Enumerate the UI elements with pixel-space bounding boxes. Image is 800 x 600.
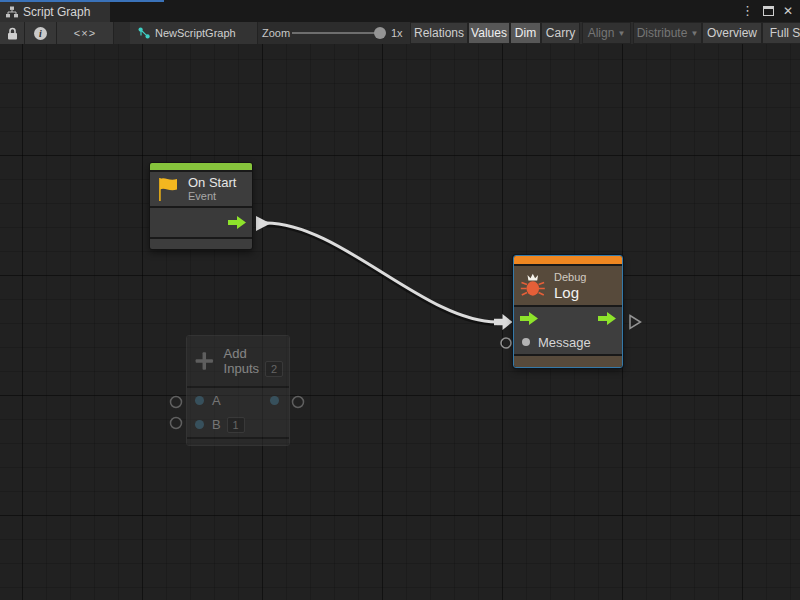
add-header: Add Inputs 2	[187, 336, 289, 386]
debug-log-ports: Message	[514, 307, 622, 354]
script-graph-window: Script Graph ⋮ ✕ i <×> NewScri	[0, 0, 800, 600]
port-a-dot[interactable]	[195, 396, 204, 405]
port-b-value-field[interactable]: 1	[227, 417, 245, 433]
node-on-start[interactable]: On Start Event	[149, 162, 253, 250]
event-accent-bar	[150, 163, 252, 170]
node-title: On Start	[188, 175, 236, 190]
message-port-label: Message	[538, 335, 591, 350]
flag-icon	[156, 175, 180, 203]
message-port-dot[interactable]	[522, 338, 530, 346]
connections-layer	[0, 0, 800, 600]
inputs-count-field[interactable]: 2	[265, 361, 283, 377]
port-b-socket[interactable]	[171, 418, 182, 429]
node-subtitle: Inputs	[224, 361, 259, 376]
node-footer	[514, 356, 622, 367]
node-title: Log	[554, 284, 586, 301]
trigger-port-row	[514, 307, 622, 330]
trigger-output-port[interactable]	[630, 316, 641, 329]
bug-icon	[520, 272, 546, 299]
flow-output-arrow-icon[interactable]	[228, 216, 246, 229]
flow-output-arrow-icon[interactable]	[598, 312, 616, 325]
on-start-ports	[150, 208, 252, 237]
trigger-input-arrow[interactable]	[494, 314, 513, 330]
node-add-ghost[interactable]: Add Inputs 2 A B 1	[186, 335, 290, 446]
flow-input-arrow-icon[interactable]	[520, 312, 538, 325]
on-start-header: On Start Event	[150, 172, 252, 206]
connection-wire[interactable]	[266, 223, 497, 322]
port-a-socket[interactable]	[171, 397, 182, 408]
node-footer	[187, 439, 289, 445]
port-b-row: B 1	[187, 413, 289, 436]
wire-start-arrow[interactable]	[256, 216, 271, 231]
debug-log-header: Debug Log	[514, 266, 622, 305]
node-debug-log[interactable]: Debug Log Message	[513, 255, 623, 368]
add-ports: A B 1	[187, 388, 289, 437]
debug-accent-bar	[514, 256, 622, 264]
wire-shadow	[266, 225, 497, 324]
port-a-row: A	[187, 389, 289, 412]
port-b-dot[interactable]	[195, 420, 204, 429]
plus-icon	[193, 348, 216, 374]
sum-output-socket[interactable]	[293, 397, 304, 408]
node-footer	[150, 239, 252, 249]
sum-output-dot[interactable]	[270, 396, 279, 405]
port-a-label: A	[212, 393, 221, 408]
port-b-label: B	[212, 417, 221, 432]
message-port-row: Message	[514, 331, 622, 354]
node-subtitle: Event	[188, 190, 236, 203]
node-title: Add	[224, 346, 283, 361]
message-port-socket[interactable]	[501, 338, 511, 348]
node-category: Debug	[554, 271, 586, 284]
